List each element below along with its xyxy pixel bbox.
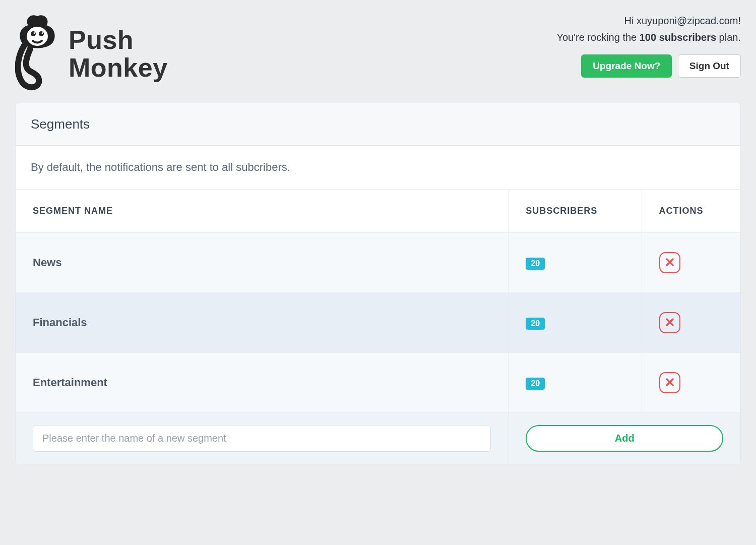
col-header-name: SEGMENT NAME bbox=[16, 190, 509, 233]
panel-title: Segments bbox=[16, 103, 740, 146]
upgrade-button[interactable]: Upgrade Now? bbox=[581, 54, 672, 78]
subscribers-badge: 20 bbox=[526, 258, 545, 270]
delete-button[interactable] bbox=[659, 312, 680, 333]
delete-button[interactable] bbox=[659, 252, 680, 273]
account-area: Hi xuyuponi@zipcad.com! You're rocking t… bbox=[556, 15, 741, 78]
signout-button[interactable]: Sign Out bbox=[678, 54, 741, 78]
segments-table: SEGMENT NAME SUBSCRIBERS ACTIONS News 20 bbox=[16, 190, 740, 464]
col-header-subscribers: SUBSCRIBERS bbox=[509, 190, 642, 233]
close-icon bbox=[666, 378, 674, 388]
close-icon bbox=[666, 258, 674, 268]
table-row: Entertainment 20 bbox=[16, 353, 740, 413]
new-segment-row: Add bbox=[16, 413, 740, 464]
subscribers-badge: 20 bbox=[526, 378, 545, 390]
brand-logo: Push Monkey bbox=[15, 15, 168, 93]
svg-point-4 bbox=[33, 32, 35, 34]
segments-panel: Segments By default, the notifications a… bbox=[15, 103, 741, 464]
subscribers-badge: 20 bbox=[526, 318, 545, 330]
segment-name-cell: Financials bbox=[16, 293, 509, 353]
brand-name-line1: Push bbox=[69, 26, 168, 54]
monkey-icon bbox=[15, 15, 59, 93]
svg-point-2 bbox=[31, 31, 36, 36]
segment-name-cell: Entertainment bbox=[16, 353, 509, 413]
add-segment-button[interactable]: Add bbox=[526, 425, 723, 452]
close-icon bbox=[666, 318, 674, 328]
svg-point-3 bbox=[39, 31, 44, 36]
panel-hint: By default, the notifications are sent t… bbox=[16, 146, 740, 190]
delete-button[interactable] bbox=[659, 372, 680, 393]
plan-text: You're rocking the 100 subscribers plan. bbox=[556, 32, 741, 43]
svg-point-5 bbox=[41, 32, 43, 34]
table-row: News 20 bbox=[16, 233, 740, 293]
brand-name-line2: Monkey bbox=[69, 54, 168, 82]
col-header-actions: ACTIONS bbox=[642, 190, 740, 233]
table-row: Financials 20 bbox=[16, 293, 740, 353]
greeting-text: Hi xuyuponi@zipcad.com! bbox=[556, 15, 741, 27]
segment-name-cell: News bbox=[16, 233, 509, 293]
new-segment-input[interactable] bbox=[33, 425, 491, 452]
